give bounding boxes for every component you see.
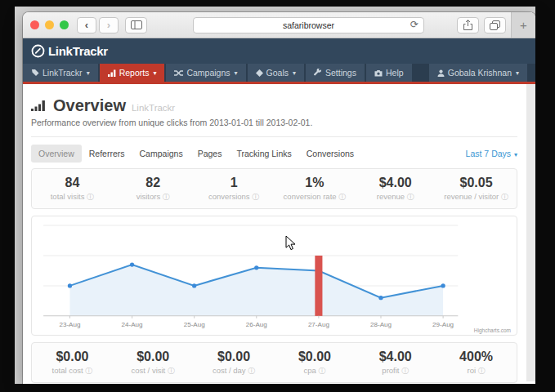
tag-icon: [31, 69, 39, 77]
info-icon[interactable]: ⓘ: [163, 193, 170, 201]
stat-visitors: 82 visitors ⓘ: [113, 176, 194, 203]
stat-total-cost: $0.00 total cost ⓘ: [32, 350, 113, 376]
info-icon[interactable]: ⓘ: [85, 367, 92, 375]
date-range-dropdown[interactable]: Last 7 Days ▾: [466, 149, 517, 158]
tab-conversions[interactable]: Conversions: [299, 145, 361, 163]
info-icon[interactable]: ⓘ: [168, 367, 175, 375]
caret-down-icon: ▾: [514, 151, 517, 158]
stat-value: $0.00: [275, 350, 356, 364]
info-icon[interactable]: ⓘ: [318, 367, 325, 375]
stat-cost-visit: $0.00 cost / visit ⓘ: [113, 350, 194, 376]
chart-credit[interactable]: Highcharts.com: [474, 327, 511, 333]
shuffle-icon: [174, 69, 183, 77]
nav-item-goals[interactable]: Goals ▾: [248, 64, 304, 82]
top-stats-card: 84 total visits ⓘ 82 visitors ⓘ 1 conver…: [31, 168, 517, 209]
address-bar[interactable]: safaribrowser ⟳: [193, 17, 424, 33]
nav-spacer: [414, 64, 429, 82]
page-header: Overview LinkTrackr Performance overview…: [31, 84, 517, 137]
bar-chart-icon: [108, 69, 116, 77]
page-title: Overview: [53, 96, 126, 115]
report-tabs: Overview Referrers Campaigns Pages Track…: [31, 145, 517, 163]
caret-down-icon: ▾: [516, 69, 519, 77]
page-body: Overview LinkTrackr Performance overview…: [23, 84, 535, 381]
stat-value: 400%: [436, 350, 517, 364]
stat-conversions: 1 conversions ⓘ: [194, 176, 275, 203]
info-icon[interactable]: ⓘ: [252, 193, 259, 201]
reload-icon[interactable]: ⟳: [410, 19, 418, 30]
nav-item-settings[interactable]: Settings: [306, 64, 365, 82]
svg-text:27-Aug: 27-Aug: [308, 321, 329, 328]
svg-text:26-Aug: 26-Aug: [246, 321, 267, 328]
visits-chart: 23-Aug24-Aug25-Aug26-Aug27-Aug28-Aug29-A…: [34, 219, 515, 333]
svg-text:25-Aug: 25-Aug: [184, 321, 205, 328]
tab-referrers[interactable]: Referrers: [82, 145, 132, 163]
info-icon[interactable]: ⓘ: [338, 193, 346, 201]
stat-total-visits: 84 total visits ⓘ: [32, 176, 113, 203]
user-icon: [437, 69, 445, 77]
scrollbar-track[interactable]: [526, 84, 535, 381]
stat-value: $0.00: [113, 350, 194, 364]
nav-item-linktrackr[interactable]: LinkTrackr ▾: [23, 64, 98, 82]
stat-revenue: $4.00 revenue ⓘ: [355, 176, 436, 203]
tab-campaigns[interactable]: Campaigns: [132, 145, 190, 163]
tab-overview[interactable]: Overview: [31, 145, 82, 163]
svg-text:29-Aug: 29-Aug: [432, 321, 454, 328]
visits-chart-card: 23-Aug24-Aug25-Aug26-Aug27-Aug28-Aug29-A…: [31, 216, 517, 336]
stat-revenue-visitor: $0.05 revenue / visitor ⓘ: [436, 176, 517, 203]
info-icon[interactable]: ⓘ: [501, 193, 508, 201]
page-subtitle: Performance overview from unique clicks …: [31, 118, 517, 127]
zoom-window-button[interactable]: [60, 20, 69, 29]
sidebar-icon: [131, 20, 142, 29]
tabs-overview-button[interactable]: [484, 17, 506, 33]
info-icon[interactable]: ⓘ: [248, 367, 255, 375]
nav-item-campaigns[interactable]: Campaigns ▾: [166, 64, 245, 82]
stat-roi: 400% roi ⓘ: [436, 350, 517, 376]
stat-label: conversions: [208, 192, 250, 201]
tab-pages[interactable]: Pages: [190, 145, 230, 163]
minimize-window-button[interactable]: [45, 20, 54, 29]
address-bar-text: safaribrowser: [283, 20, 334, 30]
share-button[interactable]: [457, 17, 479, 33]
desktop-background: ‹ › safaribrowser ⟳: [15, 7, 535, 384]
page-title-suffix: LinkTrackr: [132, 103, 175, 113]
diamond-icon: [256, 69, 263, 77]
bottom-stats-card: $0.00 total cost ⓘ $0.00 cost / visit ⓘ …: [31, 342, 517, 383]
new-tab-button[interactable]: +: [511, 12, 535, 38]
stat-label: conversion rate: [284, 192, 337, 201]
browser-window: ‹ › safaribrowser ⟳: [23, 12, 535, 384]
stat-value: 1: [194, 176, 275, 190]
nav-label: Campaigns: [186, 68, 230, 78]
stat-label: revenue / visitor: [444, 192, 499, 201]
user-name: Gobala Krishnan: [448, 68, 512, 78]
info-icon[interactable]: ⓘ: [407, 193, 414, 201]
user-menu[interactable]: Gobala Krishnan ▾: [429, 64, 527, 82]
nav-item-help[interactable]: Help: [366, 64, 412, 82]
stat-cost-day: $0.00 cost / day ⓘ: [194, 350, 275, 376]
brand-name: LinkTrackr: [48, 44, 108, 58]
share-icon: [463, 20, 472, 30]
back-button[interactable]: ‹: [77, 17, 96, 33]
stat-label: visitors: [137, 192, 161, 201]
nav-label: Goals: [266, 68, 289, 78]
close-window-button[interactable]: [30, 20, 39, 29]
window-controls: [30, 20, 69, 29]
stat-cpa: $0.00 cpa ⓘ: [275, 350, 356, 376]
caret-down-icon: ▾: [87, 69, 90, 77]
stat-label: cost / day: [213, 366, 246, 375]
stat-value: $4.00: [355, 350, 436, 364]
wrench-icon: [314, 69, 322, 77]
info-icon[interactable]: ⓘ: [478, 367, 486, 375]
stat-label: profit: [382, 366, 399, 375]
info-icon[interactable]: ⓘ: [87, 193, 94, 201]
sidebar-toggle-button[interactable]: [125, 17, 147, 33]
brand-logo[interactable]: LinkTrackr: [31, 44, 108, 58]
caret-down-icon: ▾: [235, 69, 238, 77]
nav-item-reports[interactable]: Reports ▾: [100, 64, 165, 82]
info-icon[interactable]: ⓘ: [401, 367, 409, 375]
tabs-icon: [490, 20, 500, 30]
forward-button[interactable]: ›: [99, 17, 119, 33]
stat-value: 1%: [275, 176, 356, 190]
tab-tracking-links[interactable]: Tracking Links: [229, 145, 298, 163]
stat-label: roi: [467, 366, 476, 375]
date-range-label: Last 7 Days: [466, 149, 511, 158]
